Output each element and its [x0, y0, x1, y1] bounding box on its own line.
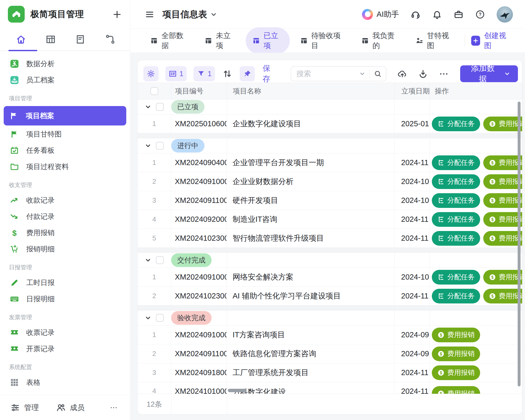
table-row[interactable]: 4 XM202410100003 万科数字化建设 2024-11 $ 费用报销: [138, 382, 522, 394]
fields-config-button[interactable]: 1: [165, 66, 187, 81]
vertical-scrollbar[interactable]: [518, 102, 521, 386]
sidebar-item-项目档案[interactable]: 项目档案: [4, 106, 126, 125]
workflow-nav-icon[interactable]: [105, 34, 115, 45]
sidebar-item-任务看板[interactable]: 任务看板: [4, 142, 126, 159]
briefcase-icon[interactable]: [454, 9, 464, 19]
expense-claim-button[interactable]: $ 费用报销: [483, 174, 522, 189]
select-all-checkbox[interactable]: [150, 87, 158, 95]
ai-assistant-button[interactable]: AI助手: [362, 9, 399, 20]
column-header-name[interactable]: 项目名称: [227, 83, 394, 99]
sidebar-item-收款记录[interactable]: 收款记录: [4, 192, 126, 208]
expense-claim-button[interactable]: $ 费用报销: [483, 193, 522, 208]
save-button[interactable]: 保存: [263, 63, 278, 84]
assign-task-button[interactable]: 分配任务: [432, 193, 480, 208]
import-cloud-upload-icon[interactable]: [397, 69, 407, 79]
create-view-button[interactable]: 创建视图: [471, 31, 511, 51]
tab-我负责的[interactable]: 我负责的: [355, 27, 405, 54]
sidebar-item-日报明细[interactable]: 日报明细: [4, 291, 126, 307]
add-workspace-icon[interactable]: [112, 9, 122, 19]
assign-task-button[interactable]: 分配任务: [432, 289, 480, 303]
export-download-icon[interactable]: [418, 69, 428, 79]
hamburger-menu-icon[interactable]: [145, 10, 155, 19]
table-row[interactable]: 5 XM202410230017 智行物流管理软件升级项目 2024-11 分配…: [138, 229, 522, 248]
sidebar-item-工时日报[interactable]: 工时日报: [4, 275, 126, 291]
user-avatar[interactable]: [497, 6, 513, 23]
table-row[interactable]: 4 XM202409200023 制造业IT咨询 2024-11 分配任务 $ …: [138, 210, 522, 229]
expense-claim-button[interactable]: $ 费用报销: [432, 365, 480, 380]
row-number: 5: [138, 229, 171, 248]
group-checkbox[interactable]: [156, 256, 164, 264]
table-row[interactable]: 2 XM202409110001 铁路信息化管理方案咨询 2024-09 $ 费…: [138, 344, 522, 363]
sidebar-item-数据分析[interactable]: 数据分析: [4, 56, 126, 72]
expense-claim-button[interactable]: $ 费用报销: [432, 346, 480, 361]
group-collapse-chevron-icon[interactable]: [144, 103, 152, 111]
group-checkbox[interactable]: [156, 142, 164, 150]
assign-task-button[interactable]: 分配任务: [432, 117, 480, 131]
table-row[interactable]: 2 XM202409100004 企业业财数据分析 2024-10 分配任务 $…: [138, 172, 522, 191]
table-row[interactable]: 2 XM202410230016 AI 辅助个性化学习平台建设项目 2024-1…: [138, 286, 522, 305]
expense-claim-button[interactable]: $ 费用报销: [483, 270, 522, 285]
column-header-actions[interactable]: 操作: [430, 83, 522, 99]
search-icon[interactable]: [374, 70, 382, 78]
table-row[interactable]: 3 XM202409110007 硬件开发项目 2024-10 分配任务 $ 费…: [138, 191, 522, 210]
expense-claim-button[interactable]: $ 费用报销: [483, 212, 522, 227]
add-data-button[interactable]: 添加数据: [460, 65, 518, 82]
settings-gear-button[interactable]: [143, 66, 159, 81]
more-icon[interactable]: [108, 404, 119, 412]
expense-claim-button[interactable]: $ 费用报销: [483, 117, 522, 131]
tab-未立项[interactable]: 未立项: [198, 27, 242, 54]
search-input[interactable]: 搜索: [291, 66, 386, 81]
filter-button[interactable]: 1: [193, 66, 215, 81]
assign-task-button[interactable]: 分配任务: [432, 231, 480, 246]
group-collapse-chevron-icon[interactable]: [144, 142, 152, 149]
tab-已立项[interactable]: 已立项: [246, 27, 290, 54]
home-icon[interactable]: [16, 34, 26, 45]
tab-全部数据[interactable]: 全部数据: [144, 27, 194, 54]
sidebar-item-员工档案[interactable]: 员工档案: [4, 72, 126, 88]
sidebar-item-表格[interactable]: 表格: [4, 374, 126, 391]
sidebar-item-付款记录[interactable]: 付款记录: [4, 208, 126, 225]
table-row[interactable]: 1 XM202409040006 企业管理平台开发项目一期 2024-11 分配…: [138, 153, 522, 172]
group-collapse-chevron-icon[interactable]: [144, 314, 152, 322]
column-header-code[interactable]: 项目编号: [171, 83, 227, 99]
toolbar-more-icon[interactable]: [439, 69, 449, 79]
sidebar-item-费用报销[interactable]: $ 费用报销: [4, 225, 126, 241]
expense-claim-button[interactable]: $ 费用报销: [483, 289, 522, 303]
column-header-date[interactable]: 立项日期: [394, 83, 430, 99]
sidebar-item-项目过程资料[interactable]: 项目过程资料: [4, 159, 126, 175]
sidebar-item-流程[interactable]: 流程: [4, 391, 126, 395]
sidebar-item-项目甘特图[interactable]: 项目甘特图: [4, 126, 126, 142]
horizontal-scrollbar[interactable]: [228, 389, 247, 392]
table-nav-icon[interactable]: [45, 34, 56, 45]
sidebar-item-开票记录[interactable]: 开票记录: [4, 341, 126, 357]
group-checkbox[interactable]: [156, 103, 164, 111]
tab-待验收项目[interactable]: 待验收项目: [293, 27, 351, 54]
table-row[interactable]: 1 XM202409100003 网络安全解决方案 2024-10 分配任务 $…: [138, 267, 522, 286]
tab-甘特视图[interactable]: 甘特视图: [409, 27, 460, 54]
expense-claim-button[interactable]: $ 费用报销: [432, 328, 480, 342]
search-scope-chevron-icon[interactable]: [359, 70, 366, 77]
help-icon[interactable]: ?: [475, 9, 485, 19]
members-button[interactable]: 成员: [56, 403, 85, 413]
pin-button[interactable]: [240, 66, 255, 81]
sidebar-item-报销明细[interactable]: 报销明细: [4, 241, 126, 257]
expense-claim-button[interactable]: $ 费用报销: [483, 155, 522, 170]
expense-claim-button[interactable]: $ 费用报销: [483, 231, 522, 246]
group-collapse-chevron-icon[interactable]: [144, 256, 152, 264]
support-headphones-icon[interactable]: [411, 9, 421, 19]
document-nav-icon[interactable]: [75, 34, 86, 45]
table-row[interactable]: 3 XM202409180011 工厂管理系统开发项目 2024-11 $ 费用…: [138, 363, 522, 382]
table-row[interactable]: 1 XM202501060001 企业数字化建设项目 2025-01 分配任务 …: [138, 114, 522, 133]
manage-button[interactable]: 管理: [10, 403, 39, 413]
title-chevron-down-icon[interactable]: [210, 10, 218, 18]
assign-task-button[interactable]: 分配任务: [432, 212, 480, 227]
assign-task-button[interactable]: 分配任务: [432, 155, 480, 170]
sort-icon[interactable]: [222, 69, 232, 79]
assign-task-button[interactable]: 分配任务: [432, 174, 480, 189]
sidebar-item-收票记录[interactable]: 收票记录: [4, 324, 126, 341]
expense-claim-button[interactable]: $ 费用报销: [432, 386, 480, 394]
notifications-bell-icon[interactable]: [432, 9, 442, 19]
table-row[interactable]: 1 XM202409100002 IT方案咨询项目 2024-09 $ 费用报销: [138, 325, 522, 344]
group-checkbox[interactable]: [156, 314, 164, 322]
assign-task-button[interactable]: 分配任务: [432, 270, 480, 285]
